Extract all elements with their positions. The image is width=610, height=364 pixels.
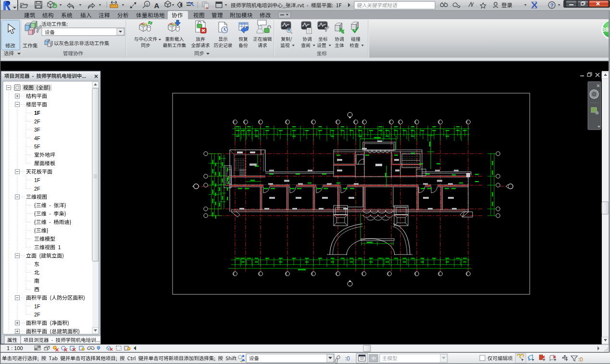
svg-text:0: 0 <box>580 356 583 363</box>
svg-text:1F: 1F <box>34 110 40 116</box>
svg-text:?: ? <box>550 2 554 8</box>
svg-text:1F: 1F <box>34 303 40 309</box>
svg-text:3F: 3F <box>34 127 40 133</box>
svg-text:2F: 2F <box>34 119 40 124</box>
svg-text:1: 1 <box>146 2 149 7</box>
svg-text:2F: 2F <box>34 312 40 317</box>
svg-text:2F: 2F <box>34 186 40 192</box>
svg-text:A: A <box>154 1 160 10</box>
svg-text:5F: 5F <box>34 144 40 149</box>
svg-text:1 : 100: 1 : 100 <box>7 345 23 351</box>
svg-text:38: 38 <box>602 26 609 33</box>
svg-text:4F: 4F <box>34 135 40 141</box>
svg-text:1F: 1F <box>34 177 40 183</box>
svg-text:0: 0 <box>347 355 350 362</box>
